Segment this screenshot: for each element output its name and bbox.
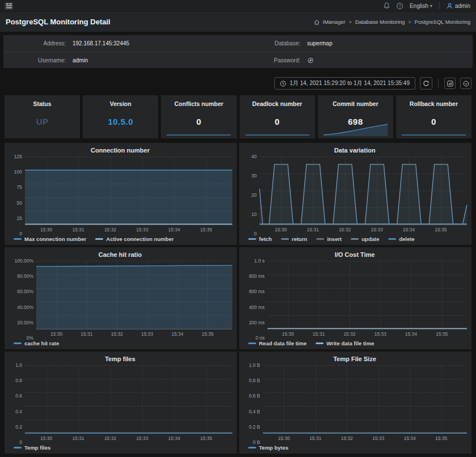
username-field: Username: admin [3, 57, 238, 64]
x-tick-label: 15:35 [436, 331, 448, 337]
x-tick-label: 15:34 [168, 435, 180, 441]
chart-legend: Read data file timeWrite data file time [243, 338, 467, 348]
legend-item[interactable]: Temp files [14, 445, 50, 451]
y-tick-label: 0.4 [15, 409, 22, 414]
legend-swatch-icon [248, 342, 256, 344]
language-label: English [410, 3, 428, 9]
x-tick-label: 15:34 [168, 227, 180, 232]
y-tick-label: 1.0 [15, 362, 22, 368]
y-tick-label: 100.00% [14, 258, 33, 264]
report-button[interactable] [444, 78, 456, 89]
legend-swatch-icon [14, 447, 22, 448]
y-tick-label: 0.2 [15, 424, 22, 430]
x-tick-label: 15:30 [275, 227, 287, 232]
x-tick-label: 15:32 [104, 227, 116, 232]
page-title: PostgreSQL Monitoring Detail [6, 18, 110, 26]
legend-item[interactable]: return [281, 236, 307, 242]
x-tick-label: 15:34 [405, 331, 417, 337]
breadcrumb-imanager[interactable]: iManager [323, 19, 346, 25]
legend-item[interactable]: Read data file time [248, 340, 307, 346]
temp-files-chart: Temp files 00.20.40.60.81.0 15:3015:3115… [5, 352, 237, 454]
eye-slash-icon [307, 57, 314, 64]
legend-item[interactable]: Active connection number [95, 236, 173, 242]
y-tick-label: 0% [27, 335, 33, 341]
chevron-down-icon: ▾ [430, 3, 432, 9]
y-axis: 0 B0.2 B0.4 B0.6 B0.8 B1.0 B [243, 365, 263, 442]
y-tick-label: 80.00% [17, 273, 33, 279]
clock-icon [280, 81, 286, 87]
breadcrumb-database-monitoring[interactable]: Database Monitoring [355, 19, 405, 25]
chart-legend: Temp bytes [243, 442, 467, 452]
notifications-button[interactable] [384, 2, 390, 9]
x-tick-label: 15:32 [111, 331, 123, 337]
y-tick-label: 0 B [253, 439, 260, 445]
stat-title: Rollback number [396, 100, 471, 107]
legend-item[interactable]: Temp bytes [248, 445, 288, 451]
topbar-divider [439, 2, 440, 9]
legend-swatch-icon [95, 238, 103, 240]
legend-label: Max connection number [24, 236, 86, 242]
legend-swatch-icon [351, 238, 359, 240]
x-tick-label: 15:31 [309, 435, 321, 441]
x-tick-label: 15:30 [278, 435, 290, 441]
y-tick-label: 10 [252, 211, 257, 217]
y-tick-label: 0 [19, 439, 22, 445]
legend-item[interactable]: cache hit rate [14, 340, 59, 346]
info-row: Username: admin Password: [3, 52, 473, 68]
address-label: Address: [3, 40, 66, 46]
legend-swatch-icon [316, 238, 324, 240]
legend-label: Write data file time [326, 340, 374, 346]
y-tick-label: 20.00% [17, 320, 33, 325]
conflicts-card: Conflicts number 0 [161, 95, 236, 138]
x-tick-label: 15:35 [200, 227, 212, 232]
connection-info-panel: Address: 192.168.17.145:32445 Database: … [3, 35, 473, 68]
legend-item[interactable]: Max connection number [14, 236, 86, 242]
plot-area [25, 365, 232, 434]
page-header: PostgreSQL Monitoring Detail iManager > … [0, 11, 476, 32]
x-tick-label: 15:33 [141, 331, 153, 337]
legend-item[interactable]: fetch [248, 236, 272, 242]
time-range-picker[interactable]: 1月 14, 2021 15:29:20 to 1月 14, 2021 15:3… [274, 77, 415, 90]
chart-title: Temp File Size [243, 354, 467, 365]
y-tick-label: 0 [19, 231, 22, 236]
version-card: Version 10.5.0 [83, 95, 158, 138]
time-range-value: 1月 14, 2021 15:29:20 to 1月 14, 2021 15:3… [290, 79, 410, 87]
menu-toggle-button[interactable] [5, 2, 13, 10]
commit-card: Commit number 698 [318, 95, 393, 138]
sparkline [167, 121, 231, 136]
info-row: Address: 192.168.17.145:32445 Database: … [3, 35, 473, 52]
password-field: Password: [238, 57, 473, 64]
time-toolbar: 1月 14, 2021 15:29:20 to 1月 14, 2021 15:3… [5, 75, 471, 92]
password-reveal-button[interactable] [307, 57, 314, 64]
legend-swatch-icon [248, 238, 256, 240]
y-tick-label: 0.8 [15, 378, 22, 383]
status-card: Status UP [5, 95, 80, 138]
timer-button[interactable] [460, 78, 471, 89]
user-menu[interactable]: admin [447, 3, 470, 9]
help-button[interactable]: ? [397, 3, 403, 9]
legend-item[interactable]: Write data file time [316, 340, 374, 346]
x-tick-label: 15:31 [313, 331, 325, 337]
plot-area [36, 261, 232, 329]
y-tick-label: 100 [14, 169, 22, 175]
legend-item[interactable]: insert [316, 236, 342, 242]
y-tick-label: 30 [252, 173, 257, 179]
legend-label: Temp bytes [259, 445, 288, 451]
breadcrumb-postgresql-monitoring[interactable]: PostgreSQL Monitoring [415, 19, 470, 25]
x-tick-label: 15:32 [341, 435, 352, 441]
legend-swatch-icon [281, 238, 289, 240]
y-tick-label: 0.6 B [249, 393, 260, 399]
refresh-button[interactable] [420, 77, 432, 90]
legend-swatch-icon [388, 238, 396, 240]
x-tick-label: 15:34 [403, 227, 415, 232]
legend-label: delete [399, 236, 414, 242]
x-tick-label: 15:35 [435, 435, 447, 441]
rollback-card: Rollback number 0 [396, 95, 471, 138]
username-label: admin [455, 3, 470, 9]
legend-item[interactable]: update [351, 236, 379, 242]
sparkline [245, 121, 309, 136]
topbar: ? English ▾ admin [0, 0, 476, 11]
plot-area [260, 156, 467, 225]
language-selector[interactable]: English ▾ [410, 3, 432, 9]
legend-item[interactable]: delete [388, 236, 414, 242]
